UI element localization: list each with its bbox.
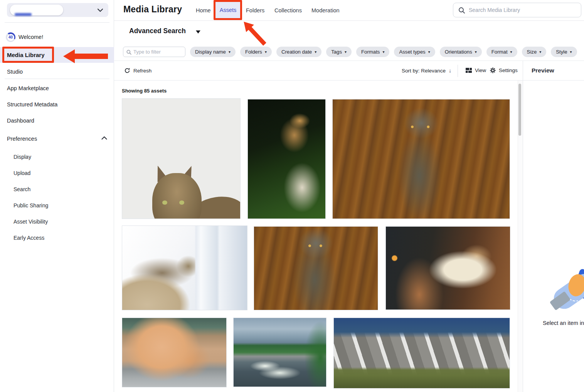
filter-pill-display-name[interactable]: Display name▾ (190, 47, 236, 57)
caret-down-icon: ▾ (265, 50, 267, 54)
cloud-logo (15, 13, 32, 16)
tab-moderation[interactable]: Moderation (311, 7, 340, 13)
pill-label: Creation date (281, 49, 312, 55)
pill-label: Orientations (445, 49, 472, 55)
filter-pill-asset-types[interactable]: Asset types▾ (394, 47, 435, 57)
asset-tile[interactable] (332, 99, 510, 219)
tab-home[interactable]: Home (196, 7, 211, 13)
pill-label: Folders (245, 49, 262, 55)
preview-empty-text: Select an item in (543, 320, 584, 326)
search-icon (126, 50, 131, 55)
sort-by-button[interactable]: Sort by: Relevance ↓ (402, 67, 451, 74)
sidebar-item-upload[interactable]: Upload (13, 170, 30, 176)
sidebar-item-studio[interactable]: Studio (7, 69, 23, 75)
search-icon (458, 7, 465, 14)
refresh-label: Refresh (133, 68, 151, 74)
filter-pill-tags[interactable]: Tags▾ (326, 47, 352, 57)
onboarding-progress-value: 40 (6, 32, 15, 42)
active-tab-indicator (214, 19, 242, 20)
filter-pill-style[interactable]: Style▾ (551, 47, 577, 57)
sidebar-item-structured-metadata[interactable]: Structured Metadata (7, 101, 57, 108)
refresh-icon (124, 67, 130, 74)
asset-thumbnail (234, 318, 326, 387)
asset-count-text: Showing 85 assets (122, 88, 167, 94)
asset-thumbnail (122, 226, 247, 310)
asset-tile[interactable] (122, 98, 241, 219)
cloud-selector-dropdown[interactable] (7, 3, 108, 17)
advanced-search-toggle[interactable]: Advanced Search (129, 27, 186, 35)
sidebar-item-media-library[interactable]: Media Library (7, 47, 45, 63)
divider (114, 80, 584, 81)
divider (458, 65, 458, 77)
scrollbar-thumb[interactable] (518, 84, 521, 136)
asset-thumbnail (122, 318, 226, 387)
sidebar-item-early-access[interactable]: Early Access (13, 235, 44, 241)
sidebar-item-asset-visibility[interactable]: Asset Visibility (13, 219, 48, 225)
divider (5, 79, 109, 79)
tab-folders[interactable]: Folders (246, 7, 264, 13)
search-input[interactable] (469, 3, 579, 17)
sidebar: 40 Welcome! Media Library Studio App Mar… (0, 0, 114, 392)
caret-down-icon[interactable] (196, 30, 200, 34)
gear-icon (490, 67, 496, 73)
sidebar-item-dashboard[interactable]: Dashboard (7, 118, 34, 124)
view-label: View (475, 67, 486, 73)
pill-label: Style (556, 49, 567, 55)
tab-assets-label: Assets (214, 1, 242, 20)
tab-collections[interactable]: Collections (274, 7, 302, 13)
asset-tile[interactable] (385, 226, 510, 310)
preview-title: Preview (532, 67, 554, 74)
caret-down-icon: ▾ (428, 50, 430, 54)
asset-tile[interactable] (333, 318, 510, 389)
asset-thumbnail (248, 99, 325, 219)
filter-pill-folders[interactable]: Folders▾ (240, 47, 272, 57)
filter-pill-orientations[interactable]: Orientations▾ (440, 47, 482, 57)
asset-thumbnail (386, 227, 510, 310)
view-button[interactable]: View (466, 67, 486, 73)
media-library-app: 40 Welcome! Media Library Studio App Mar… (0, 0, 584, 392)
caret-down-icon: ▾ (570, 50, 572, 54)
sidebar-item-preferences[interactable]: Preferences (7, 136, 37, 142)
asset-tile[interactable] (233, 318, 327, 387)
sidebar-item-display[interactable]: Display (13, 154, 31, 160)
annotation-arrow-up-icon (239, 17, 269, 48)
caret-down-icon: ▾ (315, 50, 316, 54)
caret-down-icon: ▾ (539, 50, 541, 54)
asset-tile[interactable] (122, 318, 227, 387)
settings-button[interactable]: Settings (490, 67, 518, 73)
asset-thumbnail (334, 318, 510, 388)
sidebar-item-public-sharing[interactable]: Public Sharing (13, 202, 48, 209)
mosaic-view-icon (466, 68, 472, 73)
filter-pill-formats[interactable]: Formats▾ (356, 47, 389, 57)
global-search (453, 3, 581, 17)
page-title: Media Library (123, 4, 182, 15)
chevron-down-icon (98, 8, 103, 12)
asset-thumbnail (122, 99, 240, 219)
filter-row: Display name▾ Folders▾ Creation date▾ Ta… (123, 47, 584, 57)
divider (523, 80, 584, 81)
refresh-button[interactable]: Refresh (124, 67, 151, 74)
sort-direction-icon: ↓ (449, 67, 451, 74)
chevron-up-icon[interactable] (101, 136, 107, 140)
filter-pill-size[interactable]: Size▾ (522, 47, 547, 57)
asset-thumbnail (333, 99, 510, 219)
pill-label: Tags (331, 49, 342, 55)
sidebar-item-app-marketplace[interactable]: App Marketplace (7, 85, 49, 91)
sidebar-item-welcome[interactable]: Welcome! (19, 34, 43, 40)
caret-down-icon: ▾ (475, 50, 477, 54)
caret-down-icon: ▾ (345, 50, 347, 54)
asset-tile[interactable] (122, 225, 247, 310)
filter-pill-format[interactable]: Format▾ (486, 47, 517, 57)
pill-label: Display name (195, 49, 226, 55)
sidebar-item-search[interactable]: Search (13, 186, 30, 192)
settings-label: Settings (499, 67, 518, 73)
caret-down-icon: ▾ (229, 50, 231, 54)
tab-assets[interactable]: Assets (214, 1, 242, 20)
cloud-name-pill (10, 5, 63, 15)
filter-pill-creation-date[interactable]: Creation date▾ (276, 47, 321, 57)
asset-tile[interactable] (247, 99, 326, 219)
preview-panel: Preview Select an item in (523, 61, 584, 392)
asset-tile[interactable] (254, 226, 378, 310)
filter-type-input[interactable] (133, 47, 183, 57)
filter-type-input-wrap (123, 47, 185, 57)
